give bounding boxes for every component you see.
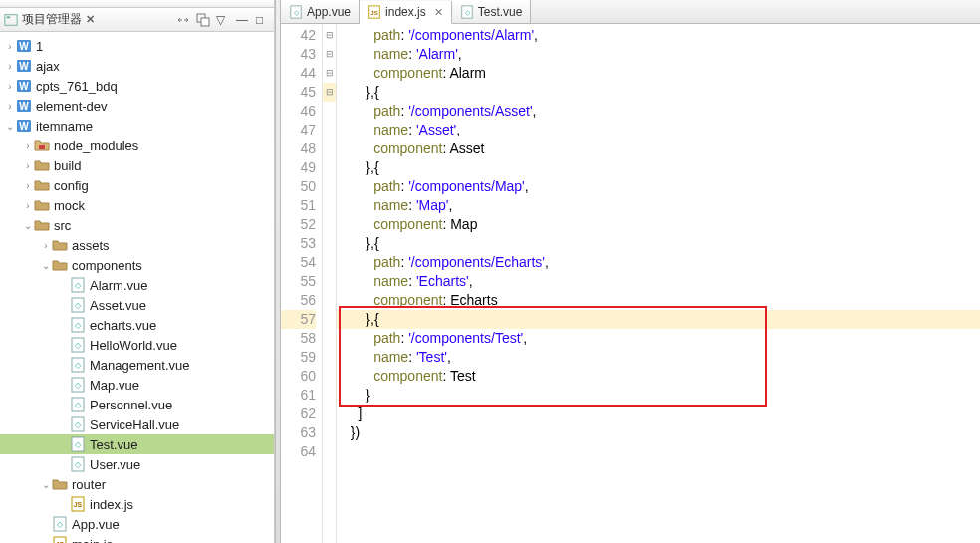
code-line[interactable]: path: '/components/Test',: [337, 329, 980, 348]
code-line[interactable]: component: Test: [337, 367, 980, 386]
fold-toggle-icon[interactable]: ⊟: [323, 45, 336, 64]
fold-toggle-icon[interactable]: ⊟: [323, 64, 336, 83]
code-line[interactable]: name: 'Test',: [337, 348, 980, 367]
code-line[interactable]: path: '/components/Alarm',: [337, 26, 980, 45]
tree-item-helloworld-vue[interactable]: ·◇HelloWorld.vue: [0, 335, 274, 355]
link-with-editor-icon[interactable]: [176, 13, 190, 27]
chevron-right-icon[interactable]: ›: [40, 240, 52, 251]
js-icon: JS: [70, 496, 86, 512]
tree-item-user-vue[interactable]: ·◇User.vue: [0, 454, 274, 474]
line-number: 46: [281, 102, 316, 121]
code-editor[interactable]: 4243444546474849505152535455565758596061…: [281, 24, 980, 543]
tree-item-main-js[interactable]: ·JSmain.js: [0, 534, 274, 543]
code-line[interactable]: },{: [337, 158, 980, 177]
chevron-right-icon[interactable]: ›: [22, 180, 34, 191]
code-line[interactable]: },{: [337, 234, 980, 253]
fold-toggle-icon[interactable]: ⊟: [323, 83, 336, 102]
tree-item-assets[interactable]: ›assets: [0, 235, 274, 255]
tree-label: HelloWorld.vue: [90, 338, 177, 353]
code-line[interactable]: name: 'Asset',: [337, 121, 980, 139]
view-menu-icon[interactable]: ▽: [216, 13, 230, 27]
close-icon[interactable]: ✕: [434, 6, 443, 19]
tree-item-1[interactable]: ›W1: [0, 36, 274, 56]
code-line[interactable]: ]: [337, 405, 980, 423]
tree-item-element-dev[interactable]: ›Welement-dev: [0, 96, 274, 116]
tree-item-servicehall-vue[interactable]: ·◇ServiceHall.vue: [0, 414, 274, 434]
collapse-all-icon[interactable]: [196, 13, 210, 27]
panel-close-icon[interactable]: ✕: [86, 13, 95, 26]
svg-text:◇: ◇: [75, 281, 82, 290]
svg-text:◇: ◇: [75, 460, 82, 469]
tree-item-management-vue[interactable]: ·◇Management.vue: [0, 355, 274, 375]
code-line[interactable]: component: Echarts: [337, 291, 980, 310]
tree-item-node_modules[interactable]: ›node_modules: [0, 136, 274, 155]
chevron-down-icon[interactable]: ⌄: [40, 479, 52, 490]
code-line[interactable]: }: [337, 386, 980, 405]
code-line[interactable]: name: 'Echarts',: [337, 272, 980, 291]
tree-item-alarm-vue[interactable]: ·◇Alarm.vue: [0, 275, 274, 295]
tree-label: index.js: [90, 497, 133, 512]
tree-item-index-js[interactable]: ·JSindex.js: [0, 494, 274, 514]
code-line[interactable]: },{: [337, 310, 980, 329]
maximize-icon[interactable]: □: [256, 13, 270, 27]
tree-item-personnel-vue[interactable]: ·◇Personnel.vue: [0, 395, 274, 414]
chevron-right-icon[interactable]: ›: [22, 140, 34, 151]
tree-item-echarts-vue[interactable]: ·◇echarts.vue: [0, 315, 274, 335]
code-line[interactable]: path: '/components/Echarts',: [337, 253, 980, 272]
vue-icon: ◇: [70, 436, 86, 452]
minimize-icon[interactable]: —: [236, 13, 250, 27]
tree-item-components[interactable]: ⌄components: [0, 255, 274, 275]
code-line[interactable]: component: Alarm: [337, 64, 980, 83]
tree-item-cpts_761_bdq[interactable]: ›Wcpts_761_bdq: [0, 76, 274, 96]
tree-label: itemname: [36, 119, 93, 134]
tree-label: User.vue: [90, 457, 140, 472]
panel-title: 项目管理器: [22, 11, 82, 28]
chevron-right-icon[interactable]: ›: [22, 200, 34, 211]
tree-item-app-vue[interactable]: ·◇App.vue: [0, 514, 274, 534]
tree-item-build[interactable]: ›build: [0, 155, 274, 175]
code-line[interactable]: path: '/components/Asset',: [337, 102, 980, 121]
tab-test-vue[interactable]: ◇Test.vue: [452, 0, 532, 23]
svg-text:◇: ◇: [75, 401, 82, 409]
line-number: 57: [281, 310, 316, 329]
tree-item-test-vue[interactable]: ·◇Test.vue: [0, 434, 274, 454]
panel-header: 项目管理器 ✕ ▽ — □: [0, 8, 274, 32]
chevron-down-icon[interactable]: ⌄: [22, 220, 34, 231]
tree-item-src[interactable]: ⌄src: [0, 215, 274, 235]
code-line[interactable]: component: Map: [337, 215, 980, 234]
code-content[interactable]: path: '/components/Alarm', name: 'Alarm'…: [337, 24, 980, 543]
tree-item-router[interactable]: ⌄router: [0, 474, 274, 494]
project-tree[interactable]: ›W1›Wajax›Wcpts_761_bdq›Welement-dev⌄Wit…: [0, 32, 274, 543]
editor-tabs: ◇App.vueJSindex.js✕◇Test.vue: [281, 0, 980, 24]
tree-label: Alarm.vue: [90, 278, 148, 293]
tab-index-js[interactable]: JSindex.js✕: [360, 1, 452, 24]
chevron-right-icon[interactable]: ›: [4, 41, 16, 52]
fold-toggle-icon[interactable]: ⊟: [323, 26, 336, 45]
chevron-down-icon[interactable]: ⌄: [40, 260, 52, 271]
code-line[interactable]: component: Asset: [337, 139, 980, 158]
chevron-right-icon[interactable]: ›: [22, 160, 34, 171]
tree-item-ajax[interactable]: ›Wajax: [0, 56, 274, 76]
tree-item-config[interactable]: ›config: [0, 175, 274, 195]
chevron-right-icon[interactable]: ›: [4, 101, 16, 112]
folder-icon: [52, 257, 68, 273]
chevron-right-icon[interactable]: ›: [4, 61, 16, 72]
tree-label: main.js: [72, 537, 113, 544]
chevron-right-icon[interactable]: ›: [4, 81, 16, 92]
tree-label: config: [54, 178, 89, 193]
fold-gutter[interactable]: ⊟⊟⊟⊟: [323, 24, 337, 543]
code-line[interactable]: },{: [337, 83, 980, 102]
code-line[interactable]: name: 'Map',: [337, 196, 980, 215]
code-line[interactable]: }): [337, 423, 980, 442]
code-line[interactable]: name: 'Alarm',: [337, 45, 980, 64]
code-line[interactable]: path: '/components/Map',: [337, 177, 980, 196]
tree-item-itemname[interactable]: ⌄Witemname: [0, 116, 274, 136]
tree-item-asset-vue[interactable]: ·◇Asset.vue: [0, 295, 274, 315]
chevron-down-icon[interactable]: ⌄: [4, 121, 16, 132]
tab-app-vue[interactable]: ◇App.vue: [281, 0, 360, 23]
vue-icon: ◇: [70, 317, 86, 333]
tree-label: ajax: [36, 59, 60, 74]
folder-icon: [34, 197, 50, 213]
tree-item-mock[interactable]: ›mock: [0, 195, 274, 215]
tree-item-map-vue[interactable]: ·◇Map.vue: [0, 375, 274, 395]
